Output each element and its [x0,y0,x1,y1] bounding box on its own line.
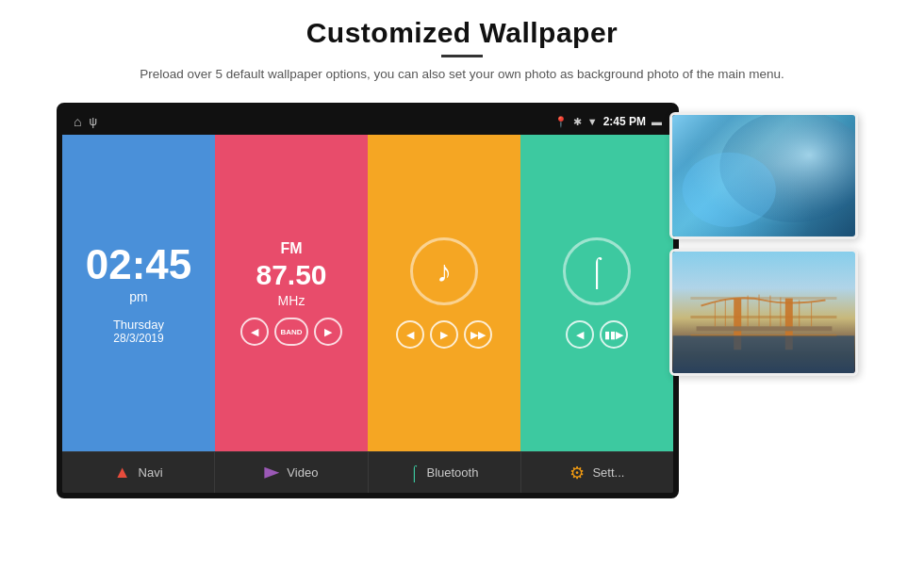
status-bar: ⌂ ψ 📍 ✱ ▼ 2:45 PM ▬ [62,108,673,135]
music-note-icon: ♪ [437,254,452,289]
fm-freq: 87.50 [256,261,326,289]
pagination-dot-3 [366,498,371,499]
bottom-bar: ▲ Navi Video ⌠ Bluetooth ⚙ Sett... [62,451,673,493]
golden-gate-image [669,249,858,376]
time-status: 2:45 PM [603,115,646,128]
svg-rect-5 [673,336,855,374]
navi-label: Navi [139,465,163,480]
car-screen: ⌂ ψ 📍 ✱ ▼ 2:45 PM ▬ 02:45 pm Thursday [57,103,679,498]
music-icon-wrapper: ♪ [410,237,478,305]
bt-controls: ◀ ▮▮▶ [566,320,628,349]
pagination-dot-1 [347,498,352,499]
pagination-dot-2 [356,498,361,499]
bt-prev-button[interactable]: ◀ [566,320,594,349]
fm-label: FM [280,240,302,257]
pagination-dot-5 [385,498,389,499]
page-header: Customized Wallpaper Preload over 5 defa… [0,0,924,93]
tile-bluetooth[interactable]: ⌠ ◀ ▮▮▶ [520,135,673,451]
navi-item[interactable]: ▲ Navi [62,452,215,493]
bluetooth-status-icon: ✱ [573,116,582,128]
ice-cave-bg [672,115,855,236]
music-prev-button[interactable]: ◀ [396,320,424,349]
tile-music[interactable]: ♪ ◀ ▶ ▶▶ [368,135,520,451]
tile-fm[interactable]: FM 87.50 MHz ◀ BAND ▶ [215,135,368,451]
fm-unit: MHz [278,293,305,308]
bluetooth-label: Bluetooth [426,465,478,480]
status-right: 📍 ✱ ▼ 2:45 PM ▬ [554,115,662,128]
golden-gate-bg [672,252,855,373]
settings-label: Sett... [592,465,624,480]
fm-controls: ◀ BAND ▶ [240,318,342,346]
fm-next-button[interactable]: ▶ [314,318,342,346]
app-grid: 02:45 pm Thursday 28/3/2019 FM 87.50 MHz… [62,135,673,451]
bluetooth-bottom-icon: ⌠ [410,465,420,481]
main-area: ⌂ ψ 📍 ✱ ▼ 2:45 PM ▬ 02:45 pm Thursday [0,93,924,498]
ice-cave-svg [672,115,855,236]
settings-item[interactable]: ⚙ Sett... [521,452,673,493]
music-next-button[interactable]: ▶▶ [464,320,492,349]
bt-next-button[interactable]: ▮▮▶ [600,320,628,349]
settings-icon: ⚙ [569,463,585,483]
tile-time[interactable]: 02:45 pm Thursday 28/3/2019 [62,135,215,451]
time-day: Thursday [113,318,164,332]
pagination-dot-4 [375,498,380,499]
page-subtitle: Preload over 5 default wallpaper options… [132,65,792,84]
fm-prev-button[interactable]: ◀ [240,318,269,346]
fm-band-button[interactable]: BAND [274,318,308,346]
wifi-icon: ▼ [587,116,598,127]
time-display: 02:45 [86,242,192,287]
music-play-button[interactable]: ▶ [430,320,458,349]
time-date: 28/3/2019 [113,332,163,345]
bluetooth-icon: ⌠ [588,255,605,287]
usb-icon: ψ [89,115,97,128]
navi-icon: ▲ [114,463,131,482]
golden-gate-svg [672,252,855,373]
page-title: Customized Wallpaper [75,17,849,49]
location-icon: 📍 [554,116,568,128]
ice-cave-image [669,112,858,239]
video-icon [264,467,279,479]
svg-rect-4 [697,327,833,332]
svg-point-1 [683,153,776,227]
music-controls: ◀ ▶ ▶▶ [396,320,492,349]
car-screen-wrapper: ⌂ ψ 📍 ✱ ▼ 2:45 PM ▬ 02:45 pm Thursday [57,103,688,498]
pagination [62,493,673,498]
title-divider [441,55,483,57]
video-label: Video [287,465,318,480]
home-icon: ⌂ [74,114,81,129]
status-left: ⌂ ψ [74,114,97,129]
side-images [660,112,867,376]
video-item[interactable]: Video [215,452,368,493]
time-ampm: pm [129,289,147,304]
bt-icon-wrapper: ⌠ [563,237,631,305]
bluetooth-bottom-item[interactable]: ⌠ Bluetooth [369,452,521,493]
